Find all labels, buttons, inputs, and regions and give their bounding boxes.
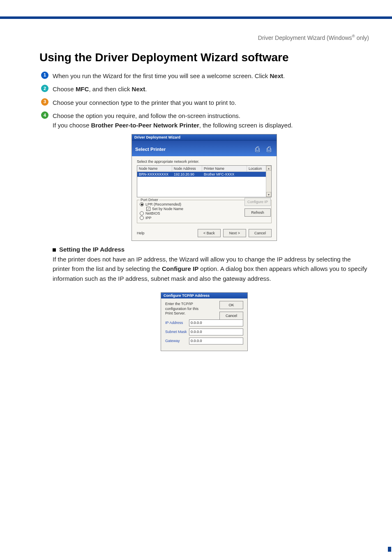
step-3-badge: 3 xyxy=(41,98,48,106)
port-driver-legend: Port Driver xyxy=(140,198,159,202)
step-4-badge: 4 xyxy=(41,111,48,119)
radio-icon xyxy=(140,216,144,220)
step-1-badge: 1 xyxy=(41,72,48,79)
dlg1-window-title: Driver Deployment Wizard xyxy=(132,134,277,141)
ip-section-body: If the printer does not have an IP addre… xyxy=(53,254,369,283)
row-printer-name: Brother MFC-XXXX xyxy=(202,172,247,177)
printer-icon: ⎙ xyxy=(253,145,262,154)
page-header-right: Driver Deployment Wizard (Windows® only) xyxy=(39,34,369,41)
printer-list-row[interactable]: BRN-XXXXXXXXX 192.10.20.90 Brother MFC-X… xyxy=(137,172,271,177)
row-node-name: BRN-XXXXXXXXX xyxy=(137,172,172,177)
checkbox-icon xyxy=(146,207,150,211)
dlg2-note: Enter the TCP/IP configuration for this … xyxy=(165,302,206,316)
step-2-badge: 2 xyxy=(41,85,48,92)
radio-ipp-label: IPP xyxy=(145,216,152,220)
dlg1-instruction: Select the appropriate network printer. xyxy=(137,160,272,164)
ipb-b: Configure IP xyxy=(162,265,198,272)
header-text-a: Driver Deployment Wizard (Windows xyxy=(258,35,352,41)
label-subnet-mask: Subnet Mask xyxy=(165,330,189,334)
page-heading: Using the Driver Deployment Wizard softw… xyxy=(39,51,369,64)
label-ip-address: IP Address xyxy=(165,321,189,325)
step-2-text: Choose MFC, and then click Next. xyxy=(53,85,369,94)
tcpip-dialog: Configure TCP/IP Address Enter the TCP/I… xyxy=(161,292,248,351)
step-2: 2 Choose MFC, and then click Next. xyxy=(39,85,369,94)
step-3-text: Choose your connection type to the print… xyxy=(53,98,369,108)
step-3: 3 Choose your connection type to the pri… xyxy=(39,98,369,108)
ok-button[interactable]: OK xyxy=(219,301,243,309)
radio-netbios-label: NetBIOS xyxy=(145,211,160,215)
configure-ip-button[interactable]: Configure IP xyxy=(244,198,271,206)
printer-list-header: Node Name Node Address Printer Name Loca… xyxy=(137,166,271,172)
input-ip-address[interactable]: 0.0.0.0 xyxy=(189,319,243,326)
s2e: . xyxy=(145,86,147,92)
col-node-name[interactable]: Node Name xyxy=(137,166,172,171)
step-1-pre: When you run the Wizard for the first ti… xyxy=(53,72,270,79)
top-accent-bar xyxy=(0,0,392,19)
radio-lpr-label: LPR (Recommended) xyxy=(145,202,181,206)
ip-address-section: Setting the IP Address If the printer do… xyxy=(53,246,369,283)
step-1-post: . xyxy=(283,72,285,79)
select-printer-dialog: Driver Deployment Wizard Select Printer … xyxy=(131,134,277,241)
s4-2a: If you choose xyxy=(53,122,91,129)
val-mask: 0.0.0.0 xyxy=(191,330,202,334)
cancel-button[interactable]: Cancel xyxy=(219,312,243,320)
header-sup: ® xyxy=(352,34,355,38)
refresh-button[interactable]: Refresh xyxy=(244,208,271,217)
val-gw: 0.0.0.0 xyxy=(191,339,202,343)
step-4-text: Choose the option you require, and follo… xyxy=(53,111,369,130)
step-1-text: When you run the Wizard for the first ti… xyxy=(53,72,369,81)
val-ip: 0.0.0.0 xyxy=(191,321,202,325)
s2c: , and then click xyxy=(89,86,131,92)
printer-icon: ⎙ xyxy=(264,145,273,154)
page-number: 32 xyxy=(388,546,392,553)
header-text-b: only) xyxy=(355,35,369,41)
step-1-bold: Next xyxy=(270,72,284,79)
scrollbar[interactable]: ▲ ▼ xyxy=(266,166,271,197)
help-button[interactable]: Help xyxy=(137,231,145,235)
back-button[interactable]: < Back xyxy=(198,229,221,237)
ip-section-title: Setting the IP Address xyxy=(59,246,125,253)
label-gateway: Gateway xyxy=(165,339,189,343)
cancel-button[interactable]: Cancel xyxy=(249,229,272,237)
scroll-down-icon[interactable]: ▼ xyxy=(266,192,271,197)
radio-icon xyxy=(140,202,144,206)
dlg2-title: Configure TCP/IP Address xyxy=(161,293,247,298)
input-subnet-mask[interactable]: 0.0.0.0 xyxy=(189,328,243,335)
set-by-node-label: Set by Node Name xyxy=(152,207,183,211)
input-gateway[interactable]: 0.0.0.0 xyxy=(189,338,243,345)
s2d: Next xyxy=(132,86,145,92)
printer-list[interactable]: Node Name Node Address Printer Name Loca… xyxy=(137,165,272,197)
step-1: 1 When you run the Wizard for the first … xyxy=(39,72,369,81)
s4-2c: , the following screen is displayed. xyxy=(199,122,293,129)
step-4: 4 Choose the option you require, and fol… xyxy=(39,111,369,130)
dlg1-header-icons: ⎙ ⎙ xyxy=(253,145,273,154)
row-node-address: 192.10.20.90 xyxy=(172,172,202,177)
col-printer-name[interactable]: Printer Name xyxy=(202,166,247,171)
dlg1-subtitle: Select Printer xyxy=(135,147,166,152)
s4-2b: Brother Peer-to-Peer Network Printer xyxy=(91,122,199,129)
scroll-up-icon[interactable]: ▲ xyxy=(266,166,271,171)
s4-line1: Choose the option you require, and follo… xyxy=(53,112,240,119)
s2a: Choose xyxy=(53,86,76,92)
next-button[interactable]: Next > xyxy=(223,229,246,237)
col-node-address[interactable]: Node Address xyxy=(172,166,202,171)
bullet-square-icon xyxy=(53,248,56,252)
s2b: MFC xyxy=(76,86,89,92)
radio-icon xyxy=(140,211,144,215)
